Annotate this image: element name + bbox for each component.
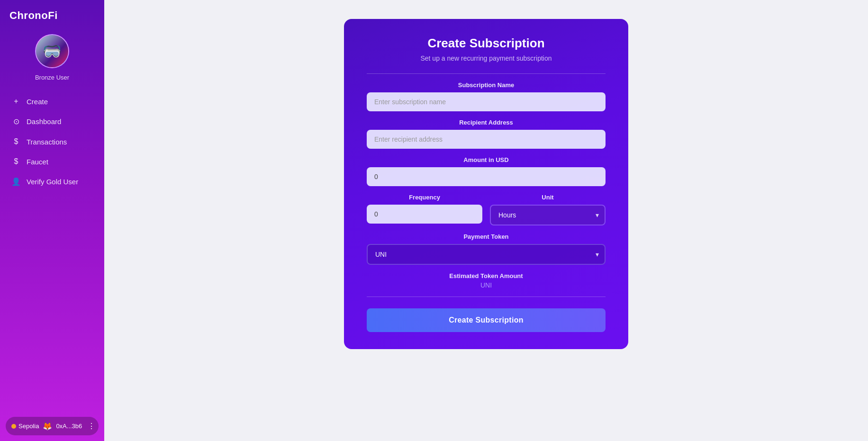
wallet-network: Sepolia (11, 423, 39, 430)
frequency-unit-row: Frequency Unit Hours Days Weeks Months (367, 194, 606, 233)
faucet-icon: $ (11, 157, 21, 166)
form-title: Create Subscription (367, 36, 606, 51)
frequency-label: Frequency (367, 194, 482, 201)
subscription-name-input[interactable] (367, 92, 606, 111)
app-title: ChronoFi (0, 0, 104, 27)
amount-usd-label: Amount in USD (367, 156, 606, 163)
unit-select-wrapper: Hours Days Weeks Months (490, 205, 606, 225)
sidebar-item-create[interactable]: + Create (6, 92, 99, 110)
user-section: 🥽 Bronze User (0, 27, 104, 92)
sidebar-item-verify-label: Verify Gold User (27, 178, 78, 186)
payment-token-field: Payment Token UNI ETH USDC DAI (367, 233, 606, 265)
wallet-bar[interactable]: Sepolia 🦊 0xA...3b6 ⋮ (6, 417, 99, 435)
sidebar-item-create-label: Create (27, 98, 48, 106)
wallet-network-label: Sepolia (18, 423, 39, 430)
main-content: Create Subscription Set up a new recurri… (104, 0, 868, 441)
sidebar-item-dashboard[interactable]: ⊙ Dashboard (6, 112, 99, 131)
estimated-token-value: UNI (367, 281, 606, 289)
payment-token-label: Payment Token (367, 233, 606, 240)
recipient-address-input[interactable] (367, 130, 606, 149)
estimated-token-section: Estimated Token Amount UNI (367, 272, 606, 289)
sidebar: ChronoFi 🥽 Bronze User + Create ⊙ Dashbo… (0, 0, 104, 441)
payment-token-select-wrapper: UNI ETH USDC DAI (367, 244, 606, 265)
wallet-more-options-icon[interactable]: ⋮ (86, 421, 97, 432)
create-subscription-card: Create Subscription Set up a new recurri… (344, 19, 628, 349)
username: Bronze User (35, 74, 69, 81)
transactions-icon: $ (11, 137, 21, 146)
subscription-name-label: Subscription Name (367, 81, 606, 89)
amount-usd-field: Amount in USD (367, 156, 606, 186)
avatar: 🥽 (35, 34, 69, 68)
network-status-dot (11, 424, 16, 429)
nav-menu: + Create ⊙ Dashboard $ Transactions $ Fa… (0, 92, 104, 411)
recipient-address-field: Recipient Address (367, 119, 606, 149)
dashboard-icon: ⊙ (11, 117, 21, 126)
metamask-fox-icon: 🦊 (43, 422, 52, 431)
estimated-token-label: Estimated Token Amount (367, 272, 606, 279)
sidebar-item-faucet[interactable]: $ Faucet (6, 153, 99, 171)
sidebar-item-transactions-label: Transactions (27, 138, 67, 146)
sidebar-item-dashboard-label: Dashboard (27, 117, 61, 126)
frequency-input[interactable] (367, 205, 482, 224)
subscription-name-field: Subscription Name (367, 81, 606, 111)
create-subscription-button[interactable]: Create Subscription (367, 308, 606, 332)
divider-bottom (367, 297, 606, 297)
verify-icon: 👤 (11, 177, 21, 186)
unit-label: Unit (490, 194, 606, 201)
wallet-address: 0xA...3b6 (56, 423, 82, 430)
form-subtitle: Set up a new recurring payment subscript… (367, 54, 606, 62)
payment-token-select[interactable]: UNI ETH USDC DAI (367, 244, 606, 265)
amount-usd-input[interactable] (367, 167, 606, 186)
sidebar-item-verify[interactable]: 👤 Verify Gold User (6, 172, 99, 191)
recipient-address-label: Recipient Address (367, 119, 606, 126)
frequency-field: Frequency (367, 194, 482, 225)
unit-select[interactable]: Hours Days Weeks Months (490, 205, 606, 225)
create-icon: + (11, 97, 21, 106)
divider-top (367, 73, 606, 74)
unit-field: Unit Hours Days Weeks Months (490, 194, 606, 225)
sidebar-item-transactions[interactable]: $ Transactions (6, 133, 99, 151)
sidebar-item-faucet-label: Faucet (27, 158, 48, 166)
avatar-image: 🥽 (36, 35, 68, 67)
